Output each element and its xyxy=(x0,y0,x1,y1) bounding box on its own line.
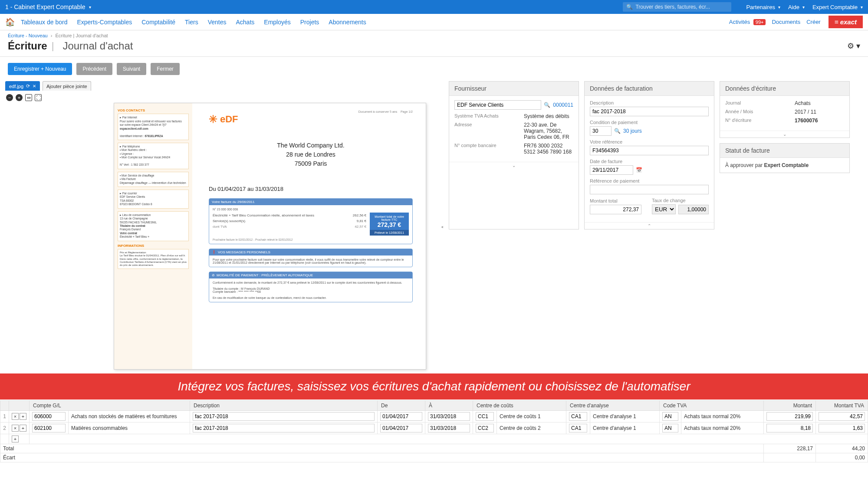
col-amount[interactable]: Montant xyxy=(764,401,816,411)
amount-input[interactable] xyxy=(766,424,813,432)
document-preview: VOS CONTACTS ▸ Par InternetPour suivre v… xyxy=(114,103,426,370)
status-panel-title: Statut de facture xyxy=(720,144,849,158)
supplier-name-input[interactable] xyxy=(454,100,541,110)
billing-cond-input[interactable] xyxy=(590,126,612,136)
nav-experts[interactable]: Experts-Comptables xyxy=(77,19,132,26)
supplier-code-link[interactable]: 0000011 xyxy=(553,102,573,108)
home-icon[interactable]: 🏠 xyxy=(5,17,15,27)
cc-input[interactable] xyxy=(476,412,494,421)
calendar-icon[interactable]: 📅 xyxy=(636,167,642,173)
resize-handle[interactable]: ◂ xyxy=(440,81,444,372)
rate-input xyxy=(678,205,709,214)
doc-infos-title: INFORMATIONS xyxy=(118,244,189,248)
ca-input[interactable] xyxy=(569,424,587,432)
nav-accounting[interactable]: Comptabilité xyxy=(141,19,175,26)
nav-subscriptions[interactable]: Abonnements xyxy=(329,19,366,26)
lookup-icon[interactable]: 🔍 xyxy=(614,128,621,134)
supplier-panel: Fournisseur 🔍 0000011 Système TVA Achats… xyxy=(449,81,579,229)
next-button[interactable]: Suivant xyxy=(117,63,146,75)
col-gl[interactable]: Compte G/L xyxy=(30,401,190,411)
nav-employees[interactable]: Employés xyxy=(264,19,290,26)
nav-dashboards[interactable]: Tableaux de bord xyxy=(21,19,67,26)
from-input[interactable] xyxy=(380,424,422,432)
add-row-icon[interactable]: + xyxy=(20,425,26,432)
global-search[interactable]: 🔍 xyxy=(623,2,731,12)
doc-contacts-title: VOS CONTACTS xyxy=(118,108,189,113)
diff-label: Écart xyxy=(0,453,764,462)
lookup-icon[interactable]: 🔍 xyxy=(544,102,550,108)
settings-icon[interactable]: ⚙ ▾ xyxy=(847,41,860,51)
gl-input[interactable] xyxy=(32,424,66,432)
line-items-grid: Compte G/L Description De À Centre de co… xyxy=(0,400,868,462)
user-menu[interactable]: Expert Comptable xyxy=(812,4,863,10)
attachment-tabs: edf.jpg ⟳ ✕ Ajouter pièce jointe xyxy=(5,81,435,91)
nav-create[interactable]: Créer xyxy=(806,19,821,25)
refresh-icon[interactable]: ⟳ xyxy=(26,83,30,89)
col-to[interactable]: À xyxy=(425,401,473,411)
vat-amount-input[interactable] xyxy=(819,412,865,421)
nav-activities[interactable]: Activités 99+ xyxy=(729,19,766,25)
zoom-in-icon[interactable]: + xyxy=(16,94,23,101)
amount-input[interactable] xyxy=(766,412,813,421)
vat-input[interactable] xyxy=(662,412,678,421)
to-input[interactable] xyxy=(428,424,470,432)
billing-date-input[interactable] xyxy=(590,165,633,175)
nav-tiers[interactable]: Tiers xyxy=(185,19,198,26)
add-attachment-tab[interactable]: Ajouter pièce jointe xyxy=(43,81,91,91)
col-desc[interactable]: Description xyxy=(190,401,378,411)
panel-expander[interactable]: ⌃ xyxy=(585,222,714,229)
fit-width-icon[interactable]: ⇔ xyxy=(25,94,32,101)
save-new-button[interactable]: Enregistrer + Nouveau xyxy=(8,63,72,75)
zoom-out-icon[interactable]: − xyxy=(6,94,13,101)
billing-cond-link[interactable]: 30 jours xyxy=(623,128,642,134)
nav-sales[interactable]: Ventes xyxy=(208,19,227,26)
currency-select[interactable]: EUR xyxy=(652,204,676,214)
help-menu[interactable]: Aide xyxy=(788,4,805,10)
total-label: Total xyxy=(0,444,764,453)
billing-ref-input[interactable] xyxy=(590,146,709,155)
billing-desc-input[interactable] xyxy=(590,107,709,116)
ca-input[interactable] xyxy=(569,412,587,421)
doc-period: Du 01/04/2017 au 31/03/2018 xyxy=(209,186,413,192)
desc-input[interactable] xyxy=(193,412,375,421)
nav-activities-label: Activités xyxy=(729,19,750,25)
status-approver: Expert Comptable xyxy=(764,162,809,168)
add-row-icon[interactable]: + xyxy=(12,436,19,442)
close-button[interactable]: Fermer xyxy=(151,63,180,75)
close-tab-icon[interactable]: ✕ xyxy=(33,84,36,88)
remove-row-icon[interactable]: × xyxy=(12,425,19,432)
col-ca[interactable]: Centre d'analyse xyxy=(566,401,660,411)
col-cc[interactable]: Centre de coûts xyxy=(473,401,566,411)
remove-row-icon[interactable]: × xyxy=(12,413,19,420)
company-selector[interactable]: 1 - Cabinet Expert Comptable xyxy=(5,3,91,10)
nav-purchases[interactable]: Achats xyxy=(236,19,255,26)
vat-input[interactable] xyxy=(662,424,678,432)
gl-input[interactable] xyxy=(32,412,66,421)
attachment-tab[interactable]: edf.jpg ⟳ ✕ xyxy=(5,81,40,91)
breadcrumb-link[interactable]: Écriture - Nouveau xyxy=(8,33,48,38)
add-row-icon[interactable]: + xyxy=(20,413,26,420)
panel-expander[interactable]: ⌄ xyxy=(720,131,849,138)
nav-documents[interactable]: Documents xyxy=(772,19,800,25)
desc-input[interactable] xyxy=(193,424,375,432)
col-from[interactable]: De xyxy=(378,401,425,411)
col-vat[interactable]: Code TVA xyxy=(660,401,764,411)
breadcrumb-current: Écriture | Journal d'achat xyxy=(56,33,108,38)
col-vat-amount[interactable]: Montant TVA xyxy=(816,401,868,411)
fit-page-icon[interactable]: ⛶ xyxy=(35,94,42,101)
partners-menu[interactable]: Partenaires xyxy=(746,4,780,10)
cc-input[interactable] xyxy=(476,424,494,432)
breadcrumb: Écriture - Nouveau › Écriture | Journal … xyxy=(0,30,868,39)
billing-total-input[interactable] xyxy=(590,205,641,214)
total-vat: 44,20 xyxy=(816,444,868,453)
panel-expander[interactable]: ⌄ xyxy=(449,162,579,169)
billing-payref-input[interactable] xyxy=(590,185,709,194)
topbar: 1 - Cabinet Expert Comptable 🔍 Partenair… xyxy=(0,0,868,14)
status-text: À approuver par xyxy=(725,162,763,168)
from-input[interactable] xyxy=(380,412,422,421)
to-input[interactable] xyxy=(428,412,470,421)
search-input[interactable] xyxy=(635,4,728,10)
nav-projects[interactable]: Projets xyxy=(300,19,319,26)
vat-amount-input[interactable] xyxy=(819,424,865,432)
prev-button[interactable]: Précédent xyxy=(76,63,112,75)
